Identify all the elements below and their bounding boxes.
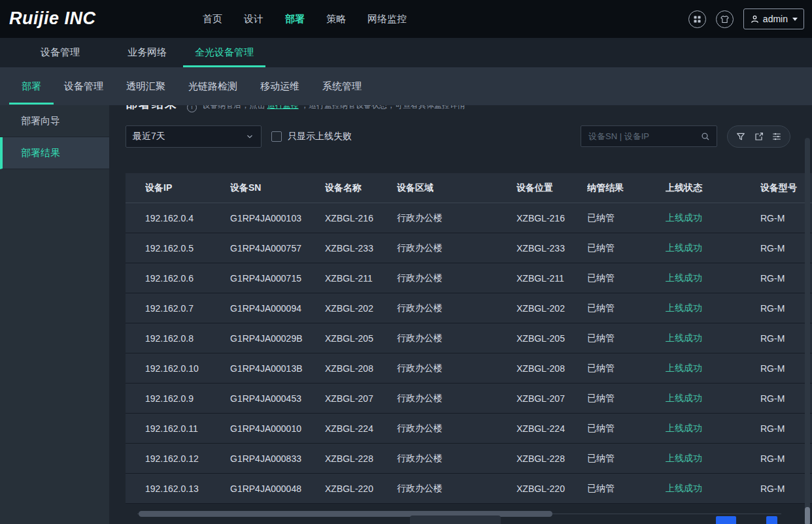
topbar-actions: admin <box>688 0 804 38</box>
cell-device-name: XZBGL-211 <box>325 273 397 284</box>
theme-tshirt-icon[interactable] <box>716 10 734 28</box>
sidebar-item-deploy-result[interactable]: 部署结果 <box>0 137 109 169</box>
cell-manage-result: 已纳管 <box>587 363 666 374</box>
info-icon: i <box>187 105 197 112</box>
table-row[interactable]: 192.162.0.8 G1RP4JA00029B XZBGL-205 行政办公… <box>126 323 812 353</box>
cell-device-region: 行政办公楼 <box>397 453 516 465</box>
tab-business-network[interactable]: 业务网络 <box>127 38 167 67</box>
user-menu-button[interactable]: admin <box>743 8 804 29</box>
cell-device-region: 行政办公楼 <box>397 393 516 404</box>
top-navbar: Ruijie INC 首页 设计 部署 策略 网络监控 admin <box>0 0 812 38</box>
table-row[interactable]: 192.162.0.10 G1RP4JA00013B XZBGL-208 行政办… <box>126 353 812 384</box>
table-body: 192.162.0.4 G1RP4JA000103 XZBGL-216 行政办公… <box>126 203 812 504</box>
run-monitor-link[interactable]: 运行监控 <box>267 105 299 110</box>
tab-system-mgmt[interactable]: 系统管理 <box>322 80 362 93</box>
tab-all-optical-device-management[interactable]: 全光设备管理 <box>183 38 265 67</box>
nav-item-policy[interactable]: 策略 <box>326 13 346 25</box>
table-row[interactable]: 192.162.0.13 G1RP4JA000048 XZBGL-220 行政办… <box>126 474 812 504</box>
cell-manage-result: 已纳管 <box>587 393 666 404</box>
page-header: 部署结果 i 设备纳管后，点击 运行监控 ，运行监控纳管设备状态，可查看具体监控… <box>126 105 465 112</box>
cell-device-location: XZBGL-220 <box>516 483 587 494</box>
cell-manage-result: 已纳管 <box>587 423 666 434</box>
cell-device-location: XZBGL-224 <box>516 423 587 434</box>
cell-device-ip: 192.162.0.8 <box>145 333 230 344</box>
page-title: 部署结果 <box>126 105 178 112</box>
vertical-scrollbar-thumb[interactable] <box>805 507 810 524</box>
cell-device-name: XZBGL-207 <box>325 393 397 404</box>
cell-online-status: 上线成功 <box>666 423 760 434</box>
only-failed-checkbox[interactable] <box>271 131 282 142</box>
table-row[interactable]: 192.162.0.5 G1RP4JA000757 XZBGL-233 行政办公… <box>126 233 812 263</box>
search-icon[interactable] <box>700 131 711 142</box>
tab-optical-link-detection[interactable]: 光链路检测 <box>188 80 237 93</box>
brand-logo: Ruijie INC <box>9 8 96 29</box>
module-tabs: 设备管理 业务网络 全光设备管理 <box>0 38 812 67</box>
tab-transparent-aggregation[interactable]: 透明汇聚 <box>126 80 165 93</box>
table-header-row: 设备IP设备SN设备名称设备区域设备位置纳管结果上线状态设备型号 <box>126 173 812 203</box>
sidebar-item-deploy-wizard[interactable]: 部署向导 <box>0 105 109 137</box>
cell-device-ip: 192.162.0.11 <box>145 423 230 434</box>
cell-device-ip: 192.162.0.13 <box>145 483 230 494</box>
cell-online-status: 上线成功 <box>666 453 760 465</box>
page-description-prefix: 设备纳管后，点击 <box>202 105 265 110</box>
cell-device-sn: G1RP4JA000715 <box>230 273 325 284</box>
cell-device-name: XZBGL-220 <box>325 483 397 494</box>
section-tabs: 部署 设备管理 透明汇聚 光链路检测 移动运维 系统管理 <box>0 67 812 105</box>
table-row[interactable]: 192.162.0.11 G1RP4JA000010 XZBGL-224 行政办… <box>126 414 812 444</box>
table-row[interactable]: 192.162.0.7 G1RP4JA000094 XZBGL-202 行政办公… <box>126 293 812 323</box>
cell-online-status: 上线成功 <box>666 363 760 374</box>
table-row[interactable]: 192.162.0.9 G1RP4JA000453 XZBGL-207 行政办公… <box>126 384 812 414</box>
nav-item-deploy[interactable]: 部署 <box>285 13 305 25</box>
pagination-control-clipped[interactable] <box>410 516 501 524</box>
cell-device-name: XZBGL-202 <box>325 303 397 314</box>
search-input[interactable] <box>587 131 700 142</box>
table-row[interactable]: 192.162.0.4 G1RP4JA000103 XZBGL-216 行政办公… <box>126 203 812 233</box>
cell-device-ip: 192.162.0.4 <box>145 213 230 223</box>
export-icon[interactable] <box>754 131 764 142</box>
cell-manage-result: 已纳管 <box>587 333 666 344</box>
chevron-down-icon <box>245 132 254 141</box>
pagination-button-clipped[interactable] <box>716 516 736 524</box>
cell-device-sn: G1RP4JA000833 <box>230 453 325 464</box>
main-content: 部署结果 i 设备纳管后，点击 运行监控 ，运行监控纳管设备状态，可查看具体监控… <box>109 105 812 524</box>
nav-item-network-monitor[interactable]: 网络监控 <box>367 13 407 25</box>
cell-device-region: 行政办公楼 <box>397 242 516 254</box>
nav-item-design[interactable]: 设计 <box>244 13 263 25</box>
column-header: 设备区域 <box>397 182 516 194</box>
cell-device-name: XZBGL-216 <box>325 213 397 223</box>
column-header: 上线状态 <box>666 182 760 194</box>
user-name: admin <box>763 14 788 24</box>
pagination-button-clipped[interactable] <box>766 516 777 524</box>
cell-device-sn: G1RP4JA00029B <box>230 333 325 344</box>
column-header: 设备位置 <box>516 182 587 194</box>
only-failed-checkbox-wrap[interactable]: 只显示上线失败 <box>271 125 352 148</box>
apps-grid-icon[interactable] <box>688 10 706 28</box>
table-row[interactable]: 192.162.0.6 G1RP4JA000715 XZBGL-211 行政办公… <box>126 263 812 293</box>
tab-deploy[interactable]: 部署 <box>22 80 41 93</box>
column-settings-icon[interactable] <box>771 131 782 142</box>
chevron-down-icon <box>792 18 798 21</box>
time-range-select[interactable]: 最近7天 <box>126 125 262 148</box>
cell-device-region: 行政办公楼 <box>397 212 516 224</box>
cell-device-region: 行政办公楼 <box>397 303 516 314</box>
cell-manage-result: 已纳管 <box>587 303 666 314</box>
cell-online-status: 上线成功 <box>666 393 760 404</box>
nav-item-home[interactable]: 首页 <box>203 13 222 25</box>
cell-device-location: XZBGL-211 <box>516 273 587 284</box>
filter-icon[interactable] <box>736 131 746 142</box>
active-tab-underline <box>9 103 54 105</box>
cell-manage-result: 已纳管 <box>587 453 666 465</box>
cell-device-location: XZBGL-205 <box>516 333 587 344</box>
cell-online-status: 上线成功 <box>666 333 760 344</box>
cell-manage-result: 已纳管 <box>587 483 666 495</box>
cell-device-region: 行政办公楼 <box>397 423 516 434</box>
tab-device-mgmt[interactable]: 设备管理 <box>64 80 103 93</box>
cell-device-sn: G1RP4JA000010 <box>230 423 325 434</box>
tab-device-management[interactable]: 设备管理 <box>41 38 80 67</box>
tshirt-glyph <box>720 14 730 24</box>
cell-device-region: 行政办公楼 <box>397 272 516 284</box>
tab-mobile-ops[interactable]: 移动运维 <box>260 80 299 93</box>
cell-device-sn: G1RP4JA000094 <box>230 303 325 314</box>
table-row[interactable]: 192.162.0.12 G1RP4JA000833 XZBGL-228 行政办… <box>126 444 812 474</box>
table-toolbar <box>727 125 790 148</box>
